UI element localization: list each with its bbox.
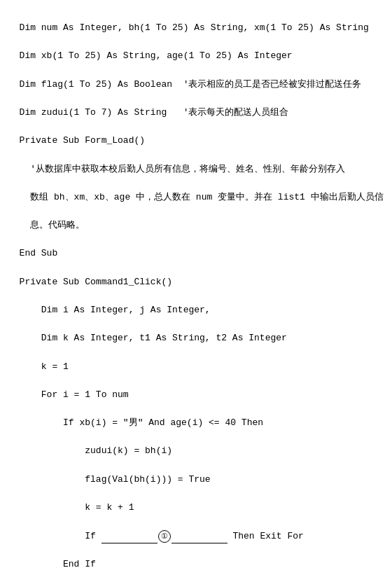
line-14: For i = 1 To num	[20, 389, 129, 400]
line-13: k = 1	[20, 361, 69, 372]
line-10: Private Sub Command1_Click()	[20, 277, 172, 287]
line-3: Dim flag(1 To 25) As Boolean '表示相应的员工是否已…	[20, 79, 362, 90]
comment-flag: '表示相应的员工是否已经被安排过配送任务	[183, 79, 362, 90]
line-7: 数组 bh、xm、xb、age 中，总人数在 num 变量中。并在 list1 …	[20, 192, 384, 202]
line-1: Dim num As Integer, bh(1 To 25) As Strin…	[20, 22, 369, 33]
line-18: k = k + 1	[20, 502, 134, 513]
line-12: Dim k As Integer, t1 As String, t2 As In…	[20, 333, 287, 343]
line-5: Private Sub Form_Load()	[20, 135, 145, 146]
line-6: '从数据库中获取本校后勤人员所有信息，将编号、姓名、性别、年龄分别存入	[20, 164, 345, 174]
blank-1b	[172, 529, 227, 543]
blank-1	[102, 529, 158, 543]
line-19: If ① Then Exit For	[20, 531, 304, 541]
line-17: flag(Val(bh(i))) = True	[20, 474, 211, 485]
line-11: Dim i As Integer, j As Integer,	[20, 305, 211, 315]
comment-form-load: '从数据库中获取本校后勤人员所有信息，将编号、姓名、性别、年龄分别存入	[30, 164, 345, 174]
circle-1: ①	[158, 530, 171, 543]
comment-zudui: '表示每天的配送人员组合	[183, 107, 289, 118]
line-16: zudui(k) = bh(i)	[20, 445, 172, 456]
line-9: End Sub	[20, 248, 58, 258]
line-8: 息。代码略。	[20, 220, 85, 230]
line-2: Dim xb(1 To 25) As String, age(1 To 25) …	[20, 50, 293, 61]
line-20: End If	[20, 559, 96, 569]
line-15: If xb(i) = "男" And age(i) <= 40 Then	[20, 417, 263, 428]
line-4: Dim zudui(1 To 7) As String '表示每天的配送人员组合	[20, 107, 289, 118]
code-container: Dim num As Integer, bh(1 To 25) As Strin…	[8, 7, 384, 582]
